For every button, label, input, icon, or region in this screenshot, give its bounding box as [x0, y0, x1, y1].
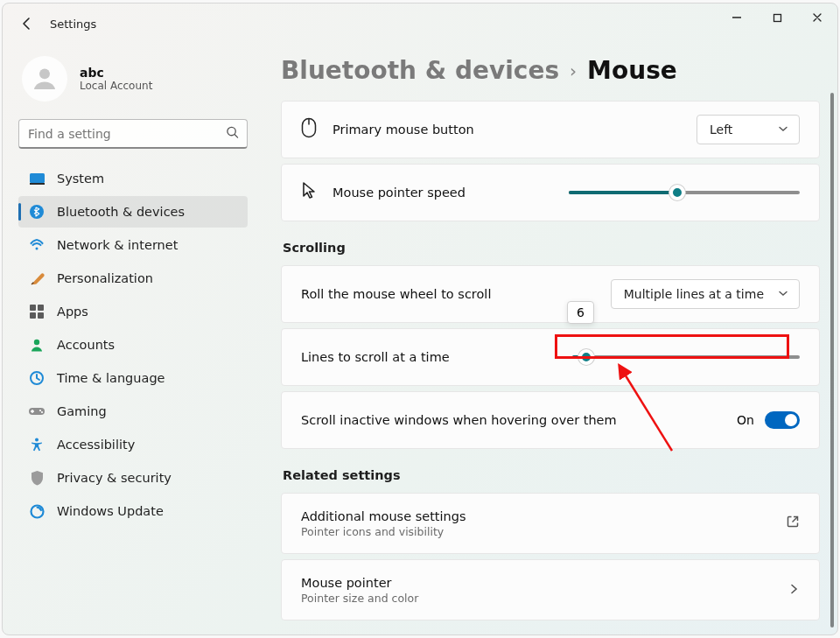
gamepad-icon: [29, 406, 45, 417]
svg-point-14: [41, 411, 43, 413]
user-subtitle: Local Account: [80, 80, 152, 92]
sidebar: abc Local Account System: [3, 44, 265, 634]
sidebar-item-network[interactable]: Network & internet: [18, 229, 248, 261]
page-title: Mouse: [587, 56, 677, 85]
section-heading-related: Related settings: [283, 468, 820, 482]
lines-to-scroll-slider[interactable]: [572, 347, 800, 368]
sidebar-item-windows-update[interactable]: Windows Update: [18, 495, 248, 527]
search-input[interactable]: [18, 119, 248, 149]
row-label: Roll the mouse wheel to scroll: [301, 287, 491, 301]
sidebar-item-privacy[interactable]: Privacy & security: [18, 462, 248, 494]
apps-icon: [29, 305, 45, 319]
paintbrush-icon: [29, 271, 45, 286]
chevron-down-icon: [778, 287, 788, 301]
section-heading-scrolling: Scrolling: [283, 241, 820, 255]
sidebar-item-label: Accessibility: [57, 438, 135, 452]
svg-rect-3: [30, 173, 45, 183]
update-icon: [29, 504, 45, 519]
mouse-icon: [301, 117, 317, 142]
scrollbar[interactable]: [830, 93, 834, 627]
main-content: Bluetooth & devices › Mouse Primary mous…: [265, 44, 837, 634]
sidebar-item-label: Accounts: [57, 338, 115, 352]
app-title: Settings: [50, 18, 96, 31]
slider-value-tooltip: 6: [567, 301, 594, 324]
select-value: Multiple lines at a time: [624, 287, 764, 301]
svg-point-10: [34, 340, 39, 345]
sidebar-item-apps[interactable]: Apps: [18, 296, 248, 327]
sidebar-item-label: Apps: [57, 305, 88, 319]
svg-rect-6: [30, 305, 36, 311]
search-icon: [226, 126, 239, 143]
svg-point-13: [39, 410, 41, 411]
breadcrumb-parent[interactable]: Bluetooth & devices: [281, 56, 559, 85]
row-subtitle: Pointer size and color: [301, 592, 418, 605]
sidebar-item-label: Time & language: [57, 371, 165, 385]
chevron-right-icon: [788, 582, 800, 599]
wifi-icon: [29, 239, 45, 251]
row-label: Mouse pointer: [301, 576, 418, 590]
row-lines-to-scroll: Lines to scroll at a time: [281, 328, 820, 386]
select-value: Left: [710, 123, 732, 137]
monitor-icon: [29, 173, 45, 185]
row-scroll-inactive: Scroll inactive windows when hovering ov…: [281, 391, 820, 449]
nav-list: System Bluetooth & devices Network & int…: [18, 163, 265, 527]
row-pointer-speed: Mouse pointer speed: [281, 164, 820, 221]
sidebar-item-label: Bluetooth & devices: [57, 205, 185, 219]
user-name: abc: [80, 66, 152, 80]
svg-point-15: [35, 438, 38, 442]
back-button[interactable]: [18, 15, 36, 32]
row-roll-wheel: Roll the mouse wheel to scroll Multiple …: [281, 265, 820, 323]
titlebar: Settings: [3, 4, 837, 44]
bluetooth-icon: [29, 205, 45, 219]
row-label: Primary mouse button: [332, 123, 474, 137]
chevron-down-icon: [778, 123, 788, 137]
close-button[interactable]: [797, 4, 837, 32]
pointer-speed-slider[interactable]: [569, 182, 800, 203]
svg-rect-8: [30, 312, 36, 319]
clock-globe-icon: [29, 371, 45, 386]
svg-point-2: [228, 127, 235, 135]
settings-window: Settings abc Local Account: [2, 3, 838, 635]
shield-icon: [29, 471, 45, 486]
svg-rect-4: [30, 183, 45, 185]
sidebar-item-label: Network & internet: [57, 238, 178, 252]
row-primary-mouse-button: Primary mouse button Left: [281, 101, 820, 158]
chevron-right-icon: ›: [570, 60, 577, 81]
svg-rect-9: [38, 312, 44, 319]
avatar: [22, 56, 67, 102]
svg-rect-7: [38, 305, 44, 311]
sidebar-item-label: Gaming: [57, 404, 107, 418]
row-label: Scroll inactive windows when hovering ov…: [301, 413, 617, 427]
sidebar-item-system[interactable]: System: [18, 163, 248, 194]
sidebar-item-label: Windows Update: [57, 504, 164, 518]
breadcrumb: Bluetooth & devices › Mouse: [281, 56, 820, 85]
scroll-inactive-toggle[interactable]: [765, 411, 800, 429]
cursor-icon: [301, 181, 317, 204]
sidebar-item-personalization[interactable]: Personalization: [18, 263, 248, 294]
svg-point-1: [39, 68, 50, 79]
open-external-icon: [786, 515, 800, 532]
roll-wheel-select[interactable]: Multiple lines at a time: [611, 279, 800, 309]
sidebar-item-accessibility[interactable]: Accessibility: [18, 429, 248, 460]
sidebar-item-time-language[interactable]: Time & language: [18, 362, 248, 394]
row-label: Lines to scroll at a time: [301, 350, 450, 364]
row-mouse-pointer[interactable]: Mouse pointer Pointer size and color: [281, 559, 820, 620]
primary-button-select[interactable]: Left: [696, 115, 800, 144]
person-icon: [29, 338, 45, 352]
maximize-button[interactable]: [757, 4, 797, 32]
sidebar-item-gaming[interactable]: Gaming: [18, 396, 248, 427]
sidebar-item-label: System: [57, 172, 104, 186]
sidebar-item-label: Personalization: [57, 271, 153, 285]
accessibility-icon: [29, 438, 45, 452]
row-label: Mouse pointer speed: [332, 186, 466, 200]
sidebar-item-bluetooth-devices[interactable]: Bluetooth & devices: [18, 196, 248, 228]
user-account-row[interactable]: abc Local Account: [18, 51, 265, 116]
row-additional-mouse-settings[interactable]: Additional mouse settings Pointer icons …: [281, 493, 820, 554]
svg-rect-0: [774, 14, 780, 21]
sidebar-item-accounts[interactable]: Accounts: [18, 329, 248, 361]
row-subtitle: Pointer icons and visibility: [301, 525, 466, 538]
sidebar-item-label: Privacy & security: [57, 471, 172, 485]
row-label: Additional mouse settings: [301, 509, 466, 523]
minimize-button[interactable]: [717, 4, 757, 32]
toggle-state-label: On: [737, 413, 754, 427]
